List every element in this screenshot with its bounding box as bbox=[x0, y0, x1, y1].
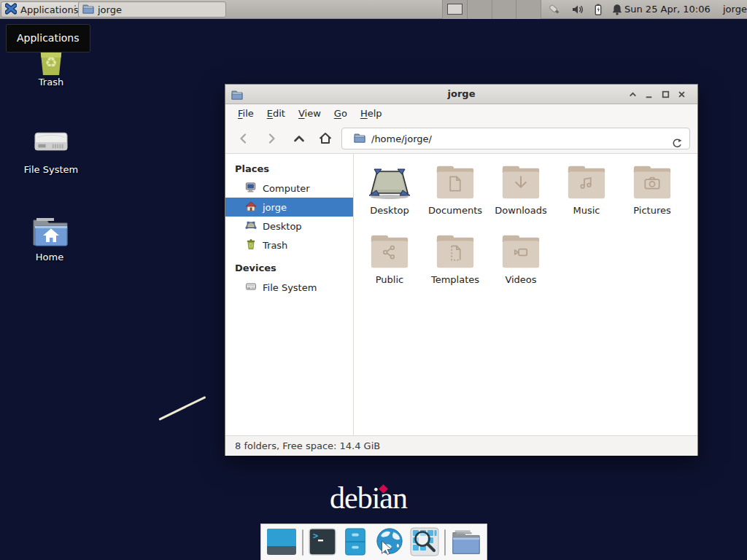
videos-folder-icon bbox=[500, 230, 542, 270]
sidebar-devices-header: Devices bbox=[225, 259, 353, 278]
hard-drive-icon bbox=[34, 127, 69, 158]
workspace-3[interactable] bbox=[492, 0, 516, 19]
home-icon bbox=[245, 201, 257, 214]
folder-item-pictures[interactable]: Pictures bbox=[619, 161, 685, 216]
battery-icon[interactable] bbox=[592, 3, 605, 16]
file-cabinet-icon[interactable] bbox=[341, 528, 369, 558]
menu-go[interactable]: Go bbox=[328, 104, 354, 123]
folder-item-desktop[interactable]: Desktop bbox=[357, 161, 422, 216]
shade-button[interactable] bbox=[628, 90, 638, 99]
sidebar-places-header: Places bbox=[225, 160, 353, 179]
sidebar-item-computer[interactable]: Computer bbox=[225, 179, 353, 198]
desktop-mini-icon bbox=[245, 219, 257, 233]
music-folder-icon bbox=[565, 161, 608, 201]
desktop-icon-filesystem[interactable] bbox=[34, 127, 69, 160]
pictures-folder-icon bbox=[631, 161, 673, 201]
menu-view[interactable]: View bbox=[292, 104, 328, 123]
close-button[interactable] bbox=[677, 90, 686, 99]
path-text: /home/jorge/ bbox=[371, 133, 432, 144]
folder-item-downloads[interactable]: Downloads bbox=[488, 161, 554, 216]
debian-logo: debian bbox=[330, 481, 425, 516]
notifications-bell-icon[interactable] bbox=[611, 3, 624, 16]
home-button[interactable] bbox=[314, 131, 336, 147]
forward-button[interactable] bbox=[260, 131, 282, 147]
dock: > bbox=[260, 524, 487, 560]
workspace-1[interactable] bbox=[442, 0, 467, 19]
folder-item-videos[interactable]: Videos bbox=[488, 230, 554, 285]
titlebar[interactable]: jorge bbox=[225, 85, 697, 104]
sidebar-item-jorge[interactable]: jorge bbox=[225, 198, 353, 217]
directory-menu-folder-icon[interactable] bbox=[451, 528, 481, 558]
up-button[interactable] bbox=[288, 131, 310, 147]
sidebar-item-trash[interactable]: Trash bbox=[225, 236, 353, 254]
desktop-line-artifact bbox=[158, 396, 206, 421]
file-manager-window: jorge File Edit View Go Help /home/jorge… bbox=[225, 84, 698, 456]
svg-text:♻: ♻ bbox=[44, 54, 57, 70]
drive-mini-icon bbox=[245, 281, 257, 295]
window-body: Places Computer jorge Desktop Trash Devi… bbox=[225, 154, 697, 435]
workspace-window-thumb bbox=[447, 4, 462, 15]
desktop-special-icon bbox=[368, 161, 411, 201]
computer-icon bbox=[245, 182, 257, 195]
desktop-icon-home[interactable] bbox=[32, 216, 69, 250]
xfce-logo-icon bbox=[5, 3, 17, 17]
window-title: jorge bbox=[225, 85, 697, 104]
top-panel: Applications jorge Sun 25 Apr, 10:06 jor… bbox=[0, 0, 747, 19]
panel-handle[interactable] bbox=[73, 3, 77, 18]
folder-item-public[interactable]: Public bbox=[357, 230, 422, 285]
desktop-icon-filesystem-label[interactable]: File System bbox=[6, 164, 96, 175]
folder-item-templates[interactable]: Templates bbox=[422, 230, 488, 285]
menu-help[interactable]: Help bbox=[354, 104, 389, 123]
menu-file[interactable]: File bbox=[231, 104, 260, 123]
toolbar: /home/jorge/ bbox=[225, 123, 697, 154]
show-desktop-icon[interactable] bbox=[266, 527, 297, 559]
application-finder-icon[interactable] bbox=[410, 527, 439, 559]
sidebar-item-file-system[interactable]: File System bbox=[225, 278, 353, 297]
applications-menu-label: Applications bbox=[20, 4, 78, 15]
trash-mini-icon bbox=[245, 238, 257, 252]
back-button[interactable] bbox=[233, 131, 255, 147]
folder-view[interactable]: Desktop Documents bbox=[354, 154, 697, 435]
templates-folder-icon bbox=[434, 230, 476, 270]
workspace-2[interactable] bbox=[467, 0, 492, 19]
applications-tooltip: Applications bbox=[6, 24, 90, 52]
home-folder-icon bbox=[32, 216, 69, 248]
reload-icon[interactable] bbox=[671, 138, 682, 151]
terminal-icon[interactable]: > bbox=[309, 528, 336, 558]
folder-icon bbox=[82, 3, 94, 16]
downloads-folder-icon bbox=[500, 161, 542, 201]
maximize-button[interactable] bbox=[661, 90, 670, 99]
documents-folder-icon bbox=[434, 161, 476, 201]
menubar: File Edit View Go Help bbox=[225, 104, 697, 123]
svg-text:>: > bbox=[313, 531, 318, 541]
path-folder-icon bbox=[354, 132, 365, 145]
public-folder-icon bbox=[368, 230, 411, 270]
volume-icon[interactable] bbox=[571, 3, 584, 16]
sidebar: Places Computer jorge Desktop Trash Devi… bbox=[225, 154, 354, 435]
folder-item-documents[interactable]: Documents bbox=[422, 161, 488, 216]
statusbar: 8 folders, Free space: 14.4 GiB bbox=[225, 435, 697, 456]
minimize-button[interactable] bbox=[644, 90, 654, 99]
dock-separator bbox=[444, 529, 446, 556]
panel-username[interactable]: jorge bbox=[723, 0, 747, 19]
workspace-switcher bbox=[442, 0, 541, 19]
web-browser-globe-icon[interactable] bbox=[374, 527, 405, 559]
panel-clock[interactable]: Sun 25 Apr, 10:06 bbox=[624, 0, 711, 19]
taskbar-window-label: jorge bbox=[98, 4, 122, 15]
tray-device-icon[interactable] bbox=[548, 3, 561, 16]
path-entry[interactable]: /home/jorge/ bbox=[341, 128, 690, 149]
dock-separator bbox=[302, 529, 303, 556]
menu-edit[interactable]: Edit bbox=[260, 104, 292, 123]
taskbar-window-button[interactable]: jorge bbox=[78, 1, 226, 18]
workspace-4[interactable] bbox=[516, 0, 541, 19]
desktop-icon-trash-label[interactable]: Trash bbox=[6, 77, 96, 88]
folder-item-music[interactable]: Music bbox=[554, 161, 619, 216]
desktop-icon-home-label[interactable]: Home bbox=[4, 252, 95, 262]
sidebar-item-desktop[interactable]: Desktop bbox=[225, 217, 353, 236]
